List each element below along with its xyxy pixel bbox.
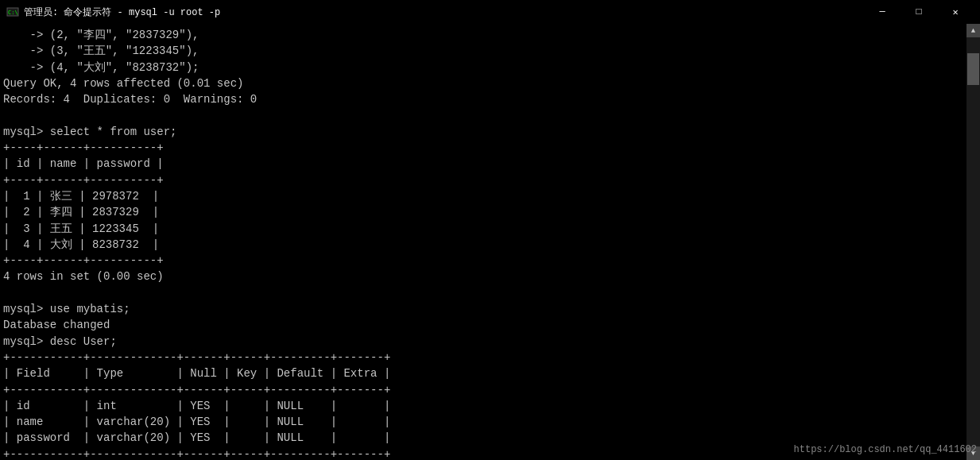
titlebar-title: 管理员: 命令提示符 - mysql -u root -p	[24, 6, 220, 19]
terminal-output[interactable]: -> (2, "李四", "2837329"), -> (3, "王五", "1…	[0, 24, 966, 460]
terminal-window: -> (2, "李四", "2837329"), -> (3, "王五", "1…	[0, 24, 980, 460]
watermark: https://blog.csdn.net/qq_4411602	[794, 444, 977, 455]
titlebar-controls: ─ □ ✕	[864, 0, 974, 24]
scroll-up-arrow[interactable]: ▲	[966, 24, 980, 37]
maximize-button[interactable]: □	[901, 0, 937, 24]
svg-text:C:\: C:\	[8, 10, 18, 16]
scrollbar[interactable]: ▲ ▼	[966, 24, 980, 460]
titlebar-left: C:\ 管理员: 命令提示符 - mysql -u root -p	[6, 6, 220, 19]
scroll-thumb[interactable]	[967, 53, 979, 85]
titlebar: C:\ 管理员: 命令提示符 - mysql -u root -p ─ □ ✕	[0, 0, 980, 24]
close-button[interactable]: ✕	[937, 0, 974, 24]
minimize-button[interactable]: ─	[864, 0, 901, 24]
terminal-icon: C:\	[6, 6, 19, 18]
